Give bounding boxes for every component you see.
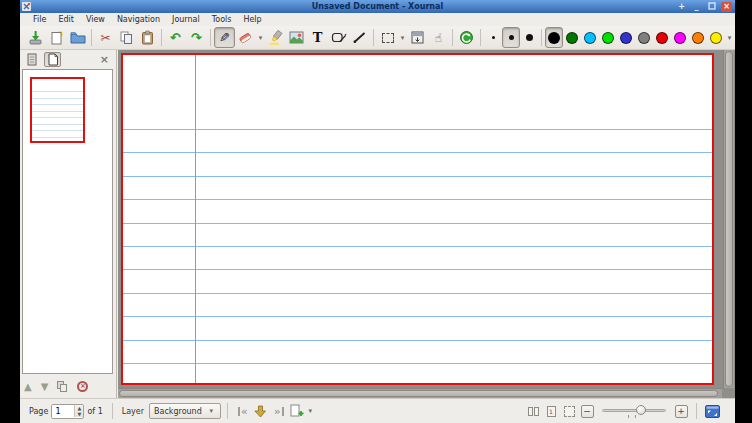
image-tool-button[interactable]: [286, 27, 307, 48]
next-annotated-page-button[interactable]: [252, 402, 270, 420]
content-area: × ▲ ▼ ×: [20, 50, 735, 398]
menu-file[interactable]: File: [27, 13, 52, 26]
color-lightgreen-button[interactable]: [599, 27, 617, 48]
save-button[interactable]: [25, 27, 46, 48]
page-number-input[interactable]: [52, 405, 74, 418]
cut-button[interactable]: ✂: [95, 27, 116, 48]
sidebar-close-button[interactable]: ×: [100, 54, 113, 65]
first-page-button[interactable]: «: [234, 402, 252, 420]
statusbar-separator: [227, 403, 228, 419]
move-page-up-button[interactable]: ▲: [24, 380, 32, 394]
close-button[interactable]: ×: [721, 2, 732, 12]
menu-bar: File Edit View Navigation Journal Tools …: [20, 13, 735, 26]
fit-page-button[interactable]: [560, 402, 578, 420]
sidebar-actions: ▲ ▼ ×: [24, 378, 88, 395]
open-folder-icon: [70, 30, 86, 45]
undo-button[interactable]: ↶: [165, 27, 186, 48]
document-page[interactable]: [121, 53, 714, 385]
actual-size-button[interactable]: 1: [542, 402, 560, 420]
vertical-space-button[interactable]: [407, 27, 428, 48]
color-gray-button[interactable]: [635, 27, 653, 48]
text-tool-button[interactable]: T: [307, 27, 328, 48]
redo-button[interactable]: ↷: [186, 27, 207, 48]
default-tool-button[interactable]: [456, 27, 477, 48]
move-page-down-button[interactable]: ▼: [41, 380, 49, 394]
paste-button[interactable]: [137, 27, 158, 48]
minimize-button[interactable]: _: [691, 2, 702, 12]
color-magenta-button[interactable]: [671, 27, 689, 48]
new-page-after-button[interactable]: [288, 402, 306, 420]
ruled-line: [32, 137, 83, 138]
new-document-icon: [49, 30, 64, 45]
title-bar[interactable]: Unsaved Document - Xournal + _ ×: [20, 0, 735, 13]
fullscreen-button[interactable]: [703, 402, 721, 420]
selection-options-dropdown[interactable]: ▾: [398, 34, 407, 42]
menu-view[interactable]: View: [80, 13, 111, 26]
document-canvas[interactable]: [118, 50, 735, 398]
color-options-dropdown[interactable]: ▾: [725, 34, 734, 42]
color-blue-button[interactable]: [617, 27, 635, 48]
pen-size-thick-button[interactable]: [520, 27, 538, 48]
thick-dot-icon: [526, 34, 533, 41]
maximize-button[interactable]: [706, 2, 717, 12]
page-decrement-button[interactable]: ▼: [75, 411, 83, 417]
vertical-scrollbar[interactable]: [723, 50, 734, 388]
actual-size-icon: 1: [547, 406, 556, 417]
menu-navigation[interactable]: Navigation: [111, 13, 166, 26]
yellow-swatch-icon: [710, 32, 722, 44]
ruler-tool-button[interactable]: [349, 27, 370, 48]
ruled-line: [123, 316, 712, 317]
color-black-button[interactable]: [545, 27, 563, 48]
delete-page-button[interactable]: ×: [77, 381, 88, 392]
zoom-in-button[interactable]: +: [672, 402, 690, 420]
vertical-scrollbar-thumb[interactable]: [725, 51, 733, 387]
hand-tool-button[interactable]: ☝: [428, 27, 449, 48]
fine-dot-icon: [492, 36, 495, 39]
shape-recognizer-button[interactable]: [328, 27, 349, 48]
selection-rectangle-icon: [382, 33, 394, 43]
two-page-view-button[interactable]: [524, 402, 542, 420]
last-page-button[interactable]: »: [270, 402, 288, 420]
margin-line: [195, 55, 196, 383]
pen-size-medium-button[interactable]: [502, 27, 520, 48]
menu-help[interactable]: Help: [237, 13, 267, 26]
menu-journal[interactable]: Journal: [166, 13, 206, 26]
new-document-button[interactable]: [46, 27, 67, 48]
color-yellow-button[interactable]: [707, 27, 725, 48]
zoom-slider-tick: [635, 415, 636, 418]
color-red-button[interactable]: [653, 27, 671, 48]
sidebar-tab-page-preview[interactable]: [44, 52, 61, 67]
new-page-options-dropdown[interactable]: ▾: [306, 407, 315, 415]
menu-edit[interactable]: Edit: [52, 13, 80, 26]
horizontal-scrollbar[interactable]: [118, 388, 722, 398]
menu-tools[interactable]: Tools: [206, 13, 238, 26]
select-rectangle-button[interactable]: [377, 27, 398, 48]
zoom-out-icon: −: [581, 405, 594, 418]
sidebar-tab-contents[interactable]: [23, 52, 40, 67]
zoom-out-button[interactable]: −: [578, 402, 596, 420]
pen-icon: ✎: [219, 30, 230, 45]
zoom-slider-handle[interactable]: [636, 405, 646, 415]
last-page-icon: »: [274, 407, 283, 416]
eraser-tool-button[interactable]: [235, 27, 256, 48]
zoom-slider[interactable]: [602, 403, 666, 419]
shade-button[interactable]: +: [676, 2, 687, 12]
page-thumbnail[interactable]: [30, 77, 85, 143]
color-darkgreen-button[interactable]: [563, 27, 581, 48]
highlighter-tool-button[interactable]: [265, 27, 286, 48]
two-page-icon: [528, 407, 533, 416]
pen-size-fine-button[interactable]: [484, 27, 502, 48]
layer-combobox[interactable]: Background ▾: [149, 403, 221, 419]
copy-button[interactable]: [116, 27, 137, 48]
red-swatch-icon: [656, 32, 668, 44]
undo-icon: ↶: [170, 30, 181, 45]
ruled-line: [123, 129, 712, 130]
color-lightblue-button[interactable]: [581, 27, 599, 48]
open-button[interactable]: [67, 27, 88, 48]
pen-tool-button[interactable]: ✎: [214, 27, 235, 48]
color-orange-button[interactable]: [689, 27, 707, 48]
eraser-options-dropdown[interactable]: ▾: [256, 34, 265, 42]
duplicate-page-button[interactable]: [57, 381, 68, 392]
save-icon: [28, 30, 43, 45]
horizontal-scrollbar-thumb[interactable]: [119, 390, 718, 397]
